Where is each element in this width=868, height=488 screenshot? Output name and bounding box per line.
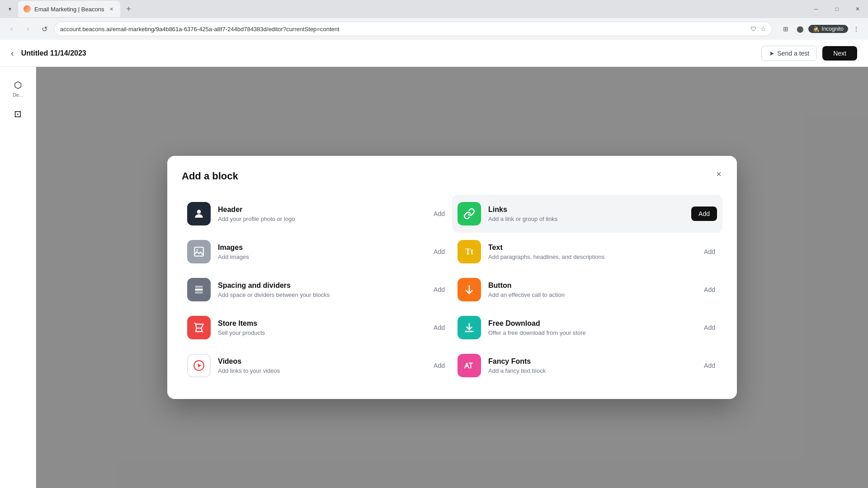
content-area: ⬡ De... ⊡ Add a block × [0,67,868,488]
videos-block-name: Videos [218,357,425,366]
new-tab-button[interactable]: + [122,3,135,15]
active-tab[interactable]: Email Marketing | Beacons ✕ [18,1,120,17]
modal-title: Add a block [182,170,722,182]
send-icon: ➤ [769,50,774,57]
free-download-icon [458,316,481,339]
images-block-desc: Add images [218,253,425,260]
fancy-fonts-icon [458,354,481,377]
images-add-button[interactable]: Add [432,244,447,259]
text-block-desc: Add paragraphs, headlines, and descripti… [488,253,695,260]
text-block-name: Text [488,244,695,252]
view-icon: ⊡ [14,108,22,119]
close-button[interactable]: ✕ [847,0,868,18]
fancy-fonts-block-info: Fancy Fonts Add a fancy text block [488,357,695,374]
store-items-block-info: Store Items Sell your products [218,319,425,336]
fancy-fonts-block-name: Fancy Fonts [488,357,695,366]
tab-title: Email Marketing | Beacons [34,6,104,13]
shield-icon: 🛡 [750,25,757,33]
star-icon[interactable]: ☆ [760,25,766,33]
text-add-button[interactable]: Add [702,244,717,259]
spacing-add-button[interactable]: Add [432,282,447,297]
links-add-button[interactable]: Add [691,206,717,221]
design-icon: ⬡ [14,80,22,90]
forward-button[interactable]: › [22,23,34,35]
blocks-grid: Header Add your profile photo or logo Ad… [182,195,722,385]
videos-block-info: Videos Add links to your videos [218,357,425,374]
block-row-links[interactable]: Links Add a link or group of links Add [452,195,722,233]
images-block-name: Images [218,244,425,252]
tab-dropdown[interactable]: ▾ [4,3,16,15]
block-row-free-download[interactable]: Free Download Offer a free download from… [452,309,722,347]
reload-button[interactable]: ↺ [38,23,51,35]
videos-add-button[interactable]: Add [432,358,447,373]
more-button[interactable]: ⋮ [850,23,863,35]
videos-icon [187,354,211,377]
header-add-button[interactable]: Add [432,206,447,221]
block-row-button[interactable]: Button Add an effective call to action A… [452,271,722,309]
window-controls: ─ □ ✕ [806,0,868,18]
url-text: account.beacons.ai/email-marketing/9a4b8… [60,26,747,33]
url-icons: 🛡 ☆ [750,25,766,33]
free-download-block-desc: Offer a free download from your store [488,329,695,336]
sidebar-item-design[interactable]: ⬡ De... [3,74,33,103]
back-button[interactable]: ‹ [5,23,18,35]
sidebar-item-view[interactable]: ⊡ [3,103,33,125]
svg-point-0 [197,210,201,214]
button-block-desc: Add an effective call to action [488,291,695,298]
button-block-name: Button [488,282,695,290]
sidebar: ⬡ De... ⊡ [0,67,36,488]
svg-rect-5 [195,291,203,293]
free-download-block-name: Free Download [488,319,695,328]
modal-overlay[interactable]: Add a block × Header Add you [36,67,868,488]
tab-close-button[interactable]: ✕ [108,5,115,13]
videos-block-desc: Add links to your videos [218,367,425,374]
main-content: Add a block × Header Add you [36,67,868,488]
store-items-add-button[interactable]: Add [432,320,447,335]
url-bar[interactable]: account.beacons.ai/email-marketing/9a4b8… [54,22,772,36]
svg-rect-3 [195,286,203,287]
images-icon [187,240,211,263]
block-row-text[interactable]: Tt Text Add paragraphs, headlines, and d… [452,233,722,271]
svg-rect-4 [195,289,203,291]
block-row-spacing[interactable]: Spacing and dividers Add space or divide… [182,271,452,309]
svg-point-7 [203,332,203,333]
block-row-header[interactable]: Header Add your profile photo or logo Ad… [182,195,452,233]
store-items-block-name: Store Items [218,319,425,328]
back-navigation-button[interactable]: ‹ [11,48,14,58]
header-icon [187,202,211,225]
maximize-button[interactable]: □ [826,0,847,18]
images-block-info: Images Add images [218,244,425,260]
browser-actions: ⊞ ⬤ 🕵 Incognito ⋮ [779,23,863,35]
profile-button[interactable]: ⬤ [794,23,807,35]
button-add-button[interactable]: Add [702,282,717,297]
address-bar: ‹ › ↺ account.beacons.ai/email-marketing… [0,18,868,40]
block-row-videos[interactable]: Videos Add links to your videos Add [182,347,452,385]
extensions-button[interactable]: ⊞ [779,23,792,35]
fancy-fonts-block-desc: Add a fancy text block [488,367,695,374]
store-items-icon [187,316,211,339]
spacing-block-info: Spacing and dividers Add space or divide… [218,282,425,298]
svg-marker-9 [198,364,202,368]
store-items-block-desc: Sell your products [218,329,425,336]
header-block-name: Header [218,206,425,214]
fancy-fonts-add-button[interactable]: Add [702,358,717,373]
block-row-fancy-fonts[interactable]: Fancy Fonts Add a fancy text block Add [452,347,722,385]
modal-close-button[interactable]: × [712,167,726,181]
free-download-add-button[interactable]: Add [702,320,717,335]
add-block-modal: Add a block × Header Add you [167,156,737,399]
block-row-store-items[interactable]: Store Items Sell your products Add [182,309,452,347]
links-icon [458,202,481,225]
app-header: ‹ Untitled 11/14/2023 ➤ Send a test Next [0,40,868,67]
svg-rect-1 [194,247,203,256]
next-button[interactable]: Next [822,46,857,61]
page-title: Untitled 11/14/2023 [21,49,755,57]
tab-bar: ▾ Email Marketing | Beacons ✕ + ─ □ ✕ [0,0,868,18]
incognito-badge: 🕵 Incognito [808,25,848,33]
header-block-desc: Add your profile photo or logo [218,216,425,222]
header-block-info: Header Add your profile photo or logo [218,206,425,222]
header-actions: ➤ Send a test Next [761,46,857,61]
minimize-button[interactable]: ─ [806,0,826,18]
svg-point-6 [197,332,198,333]
block-row-images[interactable]: Images Add images Add [182,233,452,271]
send-test-button[interactable]: ➤ Send a test [761,46,817,61]
